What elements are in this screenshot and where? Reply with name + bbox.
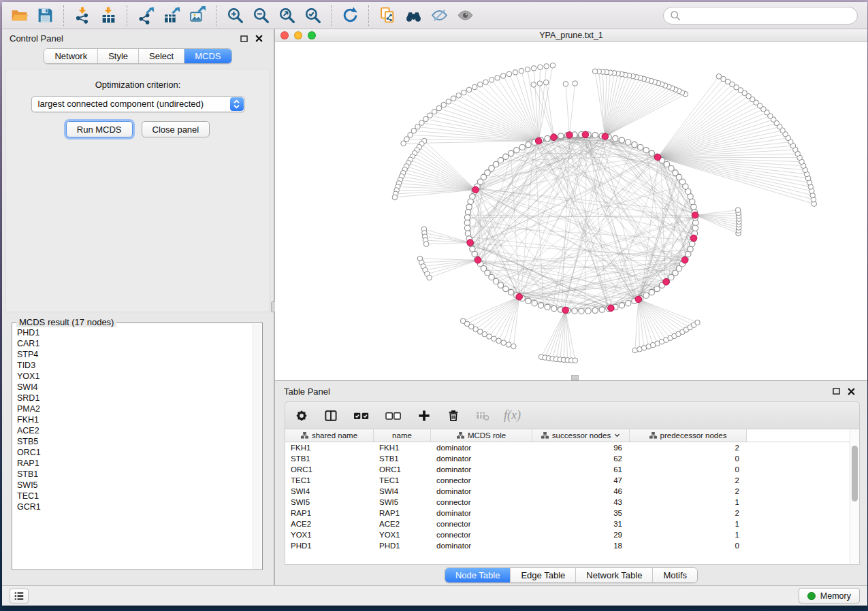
- deselect-all-button[interactable]: [384, 406, 403, 425]
- network-graph[interactable]: [275, 42, 867, 380]
- mcds-hub-node[interactable]: [635, 296, 642, 303]
- ring-node[interactable]: [643, 293, 649, 298]
- leaf-node[interactable]: [446, 99, 451, 105]
- ring-node[interactable]: [579, 308, 584, 314]
- leaf-node[interactable]: [537, 81, 543, 86]
- table-row[interactable]: TEC1TEC1connector472: [285, 475, 850, 486]
- ring-node[interactable]: [545, 304, 550, 310]
- ring-node[interactable]: [538, 303, 543, 308]
- ring-node[interactable]: [464, 220, 470, 225]
- leaf-node[interactable]: [538, 65, 543, 70]
- zoom-in-button[interactable]: [222, 5, 248, 27]
- search-input[interactable]: [685, 10, 851, 20]
- tab-node-table[interactable]: Node Table: [445, 568, 511, 582]
- ring-node[interactable]: [493, 278, 498, 284]
- leaf-node[interactable]: [543, 80, 549, 85]
- zoom-fit-button[interactable]: [274, 5, 300, 27]
- column-header-successor-nodes[interactable]: successor nodes: [532, 429, 630, 442]
- refresh-view-button[interactable]: [337, 5, 363, 27]
- leaf-node[interactable]: [423, 242, 429, 247]
- ring-node[interactable]: [503, 154, 509, 159]
- ring-node[interactable]: [592, 308, 598, 313]
- leaf-node[interactable]: [519, 68, 524, 73]
- table-scrollbar-thumb[interactable]: [852, 446, 858, 501]
- tab-motifs[interactable]: Motifs: [653, 568, 697, 582]
- table-row[interactable]: RAP1RAP1dominator352: [285, 508, 850, 518]
- ring-node[interactable]: [619, 137, 624, 143]
- table-row[interactable]: ACE2ACE2connector311: [285, 518, 850, 529]
- ring-node[interactable]: [619, 303, 624, 308]
- mcds-hub-node[interactable]: [566, 132, 573, 139]
- export-network-button[interactable]: [133, 5, 159, 27]
- leaf-node[interactable]: [419, 120, 425, 126]
- tab-style[interactable]: Style: [98, 49, 139, 63]
- ring-node[interactable]: [572, 308, 577, 314]
- open-session-button[interactable]: [6, 5, 32, 27]
- network-canvas[interactable]: [275, 42, 867, 380]
- mcds-hub-node[interactable]: [551, 134, 558, 141]
- column-header-predecessor-nodes[interactable]: predecessor nodes: [630, 429, 747, 442]
- function-builder-button[interactable]: f(x): [504, 406, 521, 425]
- float-panel-button[interactable]: [236, 33, 251, 45]
- tab-mcds[interactable]: MCDS: [184, 49, 231, 63]
- leaf-node[interactable]: [489, 78, 494, 83]
- close-panel-button[interactable]: [251, 33, 266, 45]
- export-table-button[interactable]: [159, 5, 184, 27]
- ring-node[interactable]: [466, 204, 472, 210]
- table-row[interactable]: SWI5SWI5connector431: [285, 497, 850, 508]
- leaf-node[interactable]: [550, 63, 556, 68]
- column-header-name[interactable]: name: [374, 429, 431, 442]
- maximize-window-icon[interactable]: [308, 31, 316, 39]
- leaf-node[interactable]: [501, 340, 507, 346]
- leaf-node[interactable]: [735, 208, 741, 213]
- close-table-panel-button[interactable]: [843, 385, 858, 397]
- run-mcds-button[interactable]: Run MCDS: [66, 121, 133, 137]
- ring-node[interactable]: [519, 144, 525, 150]
- delete-columns-button[interactable]: [445, 406, 462, 425]
- ring-node[interactable]: [503, 286, 509, 291]
- ring-node[interactable]: [613, 135, 618, 141]
- leaf-node[interactable]: [477, 82, 483, 87]
- ring-node[interactable]: [664, 161, 669, 167]
- ring-node[interactable]: [465, 231, 470, 236]
- close-window-icon[interactable]: [280, 31, 289, 39]
- ring-node[interactable]: [691, 204, 696, 210]
- mcds-hub-node[interactable]: [602, 133, 609, 140]
- leaf-node[interactable]: [573, 81, 578, 86]
- leaf-node[interactable]: [500, 73, 506, 79]
- memory-button[interactable]: Memory: [799, 588, 860, 604]
- mcds-hub-node[interactable]: [475, 257, 481, 263]
- mcds-hub-node[interactable]: [582, 131, 589, 138]
- leaf-node[interactable]: [427, 275, 432, 280]
- delete-table-button[interactable]: [475, 406, 491, 425]
- mcds-hub-node[interactable]: [467, 240, 474, 246]
- tab-edge-table[interactable]: Edge Table: [511, 568, 576, 582]
- leaf-node[interactable]: [695, 320, 701, 325]
- mcds-hub-node[interactable]: [663, 279, 670, 286]
- export-image-button[interactable]: [184, 5, 210, 27]
- criterion-dropdown[interactable]: largest connected component (undirected): [31, 96, 245, 112]
- leaf-node[interactable]: [495, 76, 500, 81]
- leaf-node[interactable]: [441, 102, 447, 108]
- mcds-hub-node[interactable]: [654, 154, 661, 161]
- tab-network[interactable]: Network: [44, 49, 98, 63]
- table-scrollbar[interactable]: [850, 429, 859, 564]
- leaf-node[interactable]: [511, 344, 517, 349]
- mcds-hub-node[interactable]: [516, 293, 523, 300]
- leaf-node[interactable]: [531, 82, 536, 88]
- leaf-node[interactable]: [563, 81, 568, 86]
- leaf-node[interactable]: [466, 87, 472, 93]
- ring-node[interactable]: [592, 132, 598, 137]
- ring-node[interactable]: [585, 308, 591, 314]
- leaf-node[interactable]: [392, 195, 398, 200]
- leaf-node[interactable]: [496, 338, 502, 344]
- tab-select[interactable]: Select: [139, 49, 184, 63]
- leaf-node[interactable]: [415, 125, 421, 130]
- ring-node[interactable]: [654, 286, 660, 291]
- mcds-result-scrollbar[interactable]: [253, 324, 261, 569]
- leaf-node[interactable]: [492, 336, 497, 342]
- ring-node[interactable]: [558, 133, 564, 139]
- mcds-hub-node[interactable]: [692, 212, 698, 218]
- ring-node[interactable]: [532, 301, 537, 306]
- tab-network-table[interactable]: Network Table: [576, 568, 653, 582]
